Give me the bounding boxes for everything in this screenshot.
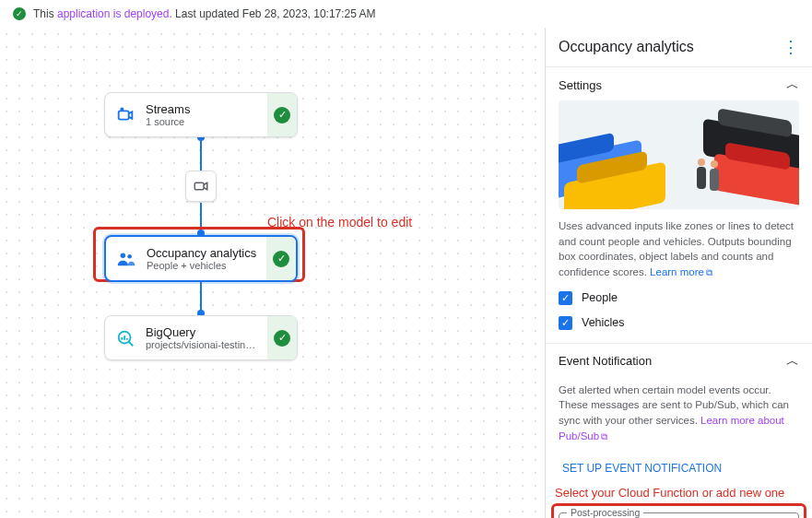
node-bigquery[interactable]: BigQuery projects/visionai-testing-stabl…: [104, 315, 298, 360]
node-streams[interactable]: Streams 1 source ✓: [104, 92, 298, 137]
checkbox-people-label: People: [582, 291, 618, 304]
chevron-up-icon: ︿: [786, 353, 799, 370]
node-occupancy-status: ✓: [266, 237, 296, 280]
streams-icon: [114, 104, 136, 126]
event-section-toggle[interactable]: Event Notification ︿: [546, 344, 812, 377]
more-vert-icon[interactable]: ⋮: [783, 39, 799, 55]
chevron-up-icon: ︿: [786, 77, 799, 93]
panel-title: Occupancy analytics: [559, 39, 694, 55]
node-bigquery-status: ✓: [267, 316, 297, 359]
status-updated: Last updated Feb 28, 2023, 10:17:25 AM: [172, 7, 376, 20]
external-icon: ⧉: [601, 431, 607, 441]
checkbox-vehicles-label: Vehicles: [582, 316, 625, 329]
learn-more-link[interactable]: Learn more⧉: [650, 266, 712, 277]
node-bigquery-title: BigQuery: [146, 325, 258, 339]
car-red: [714, 153, 799, 206]
mini-camera-node[interactable]: [185, 171, 217, 202]
details-panel: Occupancy analytics ⋮ Settings ︿ Uses ad…: [545, 28, 812, 518]
deploy-status-bar: ✓ This application is deployed. Last upd…: [0, 0, 812, 28]
main-area: Streams 1 source ✓ Click on the model to…: [0, 28, 812, 518]
person-2: [710, 169, 719, 191]
svg-rect-1: [119, 111, 129, 119]
node-occupancy-sub: People + vehicles: [147, 260, 257, 271]
node-streams-title: Streams: [146, 102, 258, 116]
node-bigquery-sub: projects/visionai-testing-stabl...: [146, 339, 258, 350]
pipeline-canvas[interactable]: Streams 1 source ✓ Click on the model to…: [0, 28, 545, 518]
settings-section-toggle[interactable]: Settings ︿: [546, 67, 812, 100]
post-processing-select[interactable]: Post-processing pub-sub-test-mock-event …: [559, 512, 799, 518]
check-icon: ✓: [273, 251, 289, 267]
panel-body: Settings ︿ Uses advanced inputs like zon…: [546, 67, 812, 518]
post-processing-section: Post-processing pub-sub-test-mock-event …: [553, 505, 805, 518]
edge-occupancy-to-bq: [200, 277, 202, 313]
checkbox-vehicles-row[interactable]: ✓ Vehicles: [546, 311, 812, 336]
svg-point-3: [121, 253, 126, 258]
node-streams-sub: 1 source: [146, 116, 258, 127]
svg-point-2: [121, 108, 123, 110]
car-yellow: [564, 161, 665, 209]
checkbox-people[interactable]: ✓: [559, 291, 572, 305]
status-text: This application is deployed. Last updat…: [33, 7, 376, 20]
event-label: Event Notification: [559, 354, 652, 368]
checkbox-vehicles[interactable]: ✓: [559, 316, 572, 330]
person-1: [697, 167, 706, 189]
node-streams-text: Streams 1 source: [146, 102, 258, 127]
annotation-select-function: Select your Cloud Function or add new on…: [546, 484, 812, 500]
status-success-icon: ✓: [13, 7, 26, 20]
external-icon: ⧉: [706, 267, 712, 277]
checkbox-people-row[interactable]: ✓ People: [546, 286, 812, 311]
check-icon: ✓: [274, 107, 290, 124]
event-description: Get alerted when certain model events oc…: [546, 377, 812, 452]
post-processing-label: Post-processing: [567, 507, 643, 518]
node-occupancy-analytics[interactable]: Occupancy analytics People + vehicles ✓: [104, 235, 298, 282]
check-icon: ✓: [274, 330, 290, 347]
status-prefix: This: [33, 7, 57, 20]
node-occupancy-title: Occupancy analytics: [147, 246, 257, 260]
svg-point-4: [127, 253, 132, 258]
model-illustration: [559, 100, 799, 209]
node-streams-status: ✓: [267, 93, 297, 136]
camera-icon: [193, 178, 209, 194]
annotation-click-model: Click on the model to edit: [267, 215, 412, 230]
setup-event-notification-button[interactable]: SET UP EVENT NOTIFICATION: [559, 456, 725, 480]
node-bigquery-text: BigQuery projects/visionai-testing-stabl…: [146, 325, 258, 350]
bigquery-icon: [114, 327, 136, 349]
people-icon: [115, 248, 137, 270]
svg-rect-0: [194, 182, 204, 190]
panel-header: Occupancy analytics ⋮: [546, 28, 812, 67]
application-deployed-link[interactable]: application is deployed.: [57, 7, 172, 20]
node-occupancy-text: Occupancy analytics People + vehicles: [147, 246, 257, 271]
settings-label: Settings: [559, 78, 602, 92]
model-description: Uses advanced inputs like zones or lines…: [546, 209, 812, 286]
